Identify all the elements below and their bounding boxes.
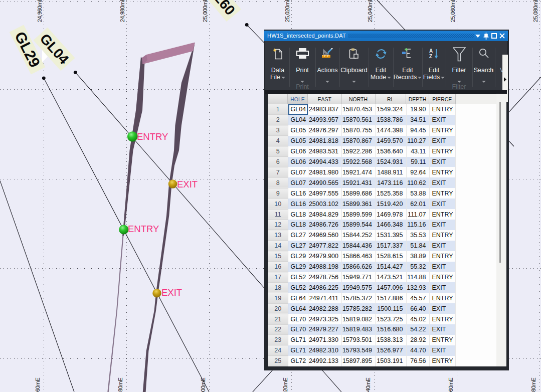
svg-text:Z: Z bbox=[429, 54, 432, 59]
svg-text:A: A bbox=[429, 48, 433, 54]
